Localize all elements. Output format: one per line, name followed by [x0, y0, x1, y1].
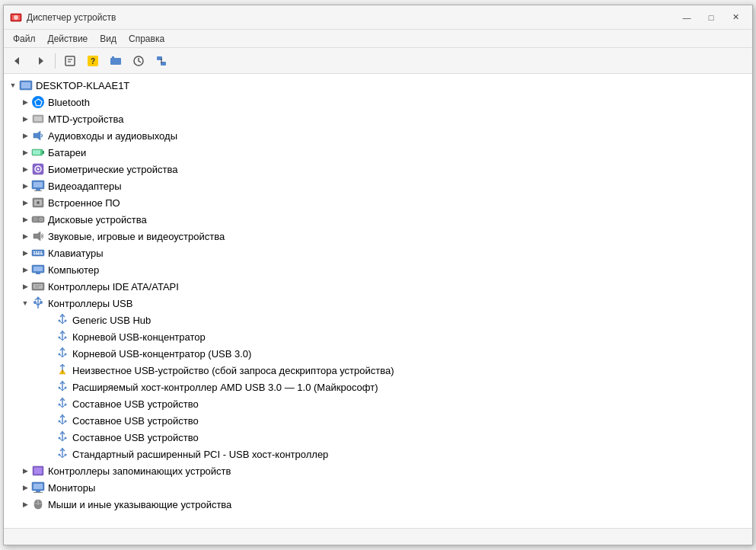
monitors-expander[interactable]: ▶	[19, 481, 31, 494]
mouse-label: Мыши и иные указывающие устройства	[48, 499, 231, 510]
usb-device-icon-6	[56, 397, 69, 411]
mtd-expander[interactable]: ▶	[19, 113, 31, 125]
sound-label: Звуковые, игровые и видеоустройства	[48, 231, 225, 242]
disk-icon	[31, 213, 45, 226]
svg-rect-18	[24, 88, 28, 90]
update-button[interactable]	[128, 51, 149, 71]
main-area: ▼ DESKTOP-KLAAE1T ▶ ⬠	[4, 74, 752, 528]
svg-rect-54	[36, 273, 40, 274]
forward-button[interactable]	[30, 51, 51, 71]
tree-item-keyboard[interactable]: ▶ Клавиатуры	[4, 245, 752, 261]
tree-root[interactable]: ▼ DESKTOP-KLAAE1T	[4, 77, 752, 94]
menu-action[interactable]: Действие	[42, 32, 94, 46]
usb-expander[interactable]: ▼	[19, 297, 31, 309]
mouse-icon	[31, 497, 45, 511]
scan-button[interactable]	[151, 51, 172, 71]
menu-view[interactable]: Вид	[94, 32, 123, 46]
display-expander[interactable]: ▶	[19, 180, 31, 192]
firmware-expander[interactable]: ▶	[19, 197, 31, 209]
usb-warn-icon: !	[56, 363, 69, 377]
mtd-label: MTD-устройства	[48, 114, 123, 125]
root-expander[interactable]: ▼	[7, 79, 19, 91]
battery-expander[interactable]: ▶	[19, 146, 31, 158]
tree-item-audio[interactable]: ▶ Аудиовходы и аудиовыходы	[4, 127, 752, 144]
tree-item-battery[interactable]: ▶ Батареи	[4, 144, 752, 161]
svg-rect-110	[33, 492, 43, 493]
back-button[interactable]	[7, 51, 28, 71]
disk-label: Дисковые устройства	[48, 214, 147, 225]
tree-item-ide[interactable]: ▶ Контроллеры IDE ATA/ATAPI	[4, 278, 752, 295]
maximize-button[interactable]: □	[700, 10, 722, 25]
tree-item-usb-unknown[interactable]: ! Неизвестное USB-устройство (сбой запро…	[4, 362, 752, 379]
minimize-button[interactable]: —	[676, 10, 697, 25]
close-button[interactable]: ✕	[725, 10, 746, 25]
audio-label: Аудиовходы и аудиовыходы	[48, 130, 177, 142]
sound-icon	[31, 229, 45, 243]
properties-button[interactable]	[59, 51, 81, 71]
tree-item-storage[interactable]: ▶ Контроллеры запоминающих устройств	[4, 462, 752, 479]
ide-icon	[31, 280, 45, 293]
svg-point-85	[62, 398, 63, 399]
root-hub1-label: Корневой USB-концентратор	[72, 331, 206, 343]
svg-marker-23	[33, 131, 40, 140]
storage-expander[interactable]: ▶	[19, 465, 31, 477]
ide-label: Контроллеры IDE ATA/ATAPI	[48, 281, 179, 293]
tree-item-monitors[interactable]: ▶ Мониторы	[4, 479, 752, 496]
tree-item-biometric[interactable]: ▶ Биометрические устройства	[4, 161, 752, 177]
tree-item-usb[interactable]: ▼ Контроллеры USB	[4, 295, 752, 312]
computer-expander[interactable]: ▶	[19, 264, 31, 276]
firmware-label: Встроенное ПО	[48, 197, 120, 209]
tree-item-generic-hub[interactable]: Generic USB Hub	[4, 312, 752, 328]
tree-item-mouse[interactable]: ▶ Мыши и иные указывающие устройства	[4, 496, 752, 513]
disk-expander[interactable]: ▶	[19, 213, 31, 225]
usb-label: Контроллеры USB	[48, 298, 132, 309]
tree-item-firmware[interactable]: ▶ Встроенное ПО	[4, 194, 752, 211]
tree-item-disk[interactable]: ▶ Дисковые устройства	[4, 211, 752, 228]
svg-point-2	[14, 15, 18, 20]
tree-item-bluetooth[interactable]: ▶ ⬠ Bluetooth	[4, 94, 752, 110]
biometric-icon	[31, 162, 45, 176]
svg-marker-43	[33, 232, 40, 241]
bluetooth-expander[interactable]: ▶	[19, 96, 31, 108]
keyboard-label: Клавиатуры	[48, 248, 104, 259]
computer-icon	[31, 263, 45, 277]
tree-item-composite2[interactable]: Составное USB устройство	[4, 412, 752, 429]
device-tree[interactable]: ▼ DESKTOP-KLAAE1T ▶ ⬠	[4, 74, 752, 528]
tree-item-display[interactable]: ▶ Видеоадаптеры	[4, 177, 752, 194]
tree-item-root-hub1[interactable]: Корневой USB-концентратор	[4, 328, 752, 345]
root-label: DESKTOP-KLAAE1T	[36, 80, 129, 91]
help-button[interactable]: ?	[82, 51, 104, 71]
tree-item-computer[interactable]: ▶ Компьютер	[4, 261, 752, 278]
show-hidden-button[interactable]	[105, 51, 126, 71]
tree-item-pci-usb[interactable]: Стандартный расширенный PCI - USB хост-к…	[4, 446, 752, 462]
menu-file[interactable]: Файл	[7, 32, 42, 46]
keyboard-expander[interactable]: ▶	[19, 247, 31, 259]
biometric-expander[interactable]: ▶	[19, 163, 31, 175]
svg-rect-46	[36, 251, 37, 253]
ide-expander[interactable]: ▶	[19, 280, 31, 293]
svg-point-61	[40, 301, 43, 304]
tree-item-composite1[interactable]: Составное USB устройство	[4, 395, 752, 412]
menu-help[interactable]: Справка	[123, 32, 171, 46]
composite1-label: Составное USB устройство	[72, 398, 199, 410]
bluetooth-icon: ⬠	[31, 95, 45, 109]
composite2-label: Составное USB устройство	[72, 415, 199, 427]
tree-item-mtd[interactable]: ▶ MTD-устройства	[4, 110, 752, 127]
svg-rect-44	[32, 250, 44, 256]
svg-marker-4	[39, 57, 43, 65]
svg-rect-108	[33, 484, 43, 489]
sound-expander[interactable]: ▶	[19, 230, 31, 242]
svg-point-100	[62, 448, 63, 449]
audio-expander[interactable]: ▶	[19, 130, 31, 142]
tree-item-amd-controller[interactable]: Расширяемый хост-контроллер AMD USB 3.0 …	[4, 379, 752, 395]
tree-item-root-hub2[interactable]: Корневой USB-концентратор (USB 3.0)	[4, 345, 752, 362]
mouse-expander[interactable]: ▶	[19, 498, 31, 510]
svg-rect-26	[33, 150, 40, 155]
monitors-label: Мониторы	[48, 482, 95, 494]
svg-rect-53	[33, 267, 43, 271]
svg-rect-45	[33, 251, 35, 253]
battery-label: Батареи	[48, 147, 86, 158]
tree-item-composite3[interactable]: Составное USB устройство	[4, 429, 752, 446]
svg-rect-106	[34, 468, 42, 474]
tree-item-sound[interactable]: ▶ Звуковые, игровые и видеоустройства	[4, 228, 752, 245]
